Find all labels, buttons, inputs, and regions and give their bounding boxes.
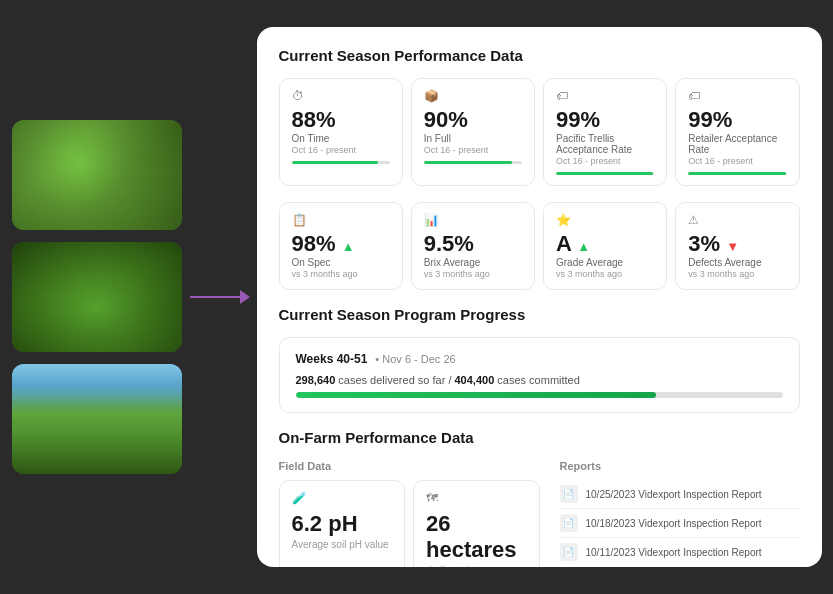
hectares-value: 26 hectares <box>426 511 527 563</box>
metric-retailer-label: Retailer Acceptance Rate <box>688 133 786 155</box>
field-data-label: Field Data <box>279 460 540 472</box>
metric-defects-value: 3% ▼ <box>688 233 786 255</box>
metric-pacific-trellis-label: Pacific Trellis Acceptance Rate <box>556 133 654 155</box>
section2-title: Current Season Program Progress <box>279 306 800 323</box>
metric-pacific-trellis-value: 99% <box>556 109 654 131</box>
main-panel: Current Season Performance Data ⏱ 88% On… <box>257 27 822 567</box>
ph-value: 6.2 pH <box>292 511 393 537</box>
program-section: Weeks 40-51 • Nov 6 - Dec 26 298,640 cas… <box>279 337 800 413</box>
report-doc-icon-1: 📄 <box>560 485 578 503</box>
report-doc-icon-3: 📄 <box>560 543 578 561</box>
metric-defects-label: Defects Average <box>688 257 786 268</box>
metric-grade-label: Grade Average <box>556 257 654 268</box>
report-doc-icon-2: 📄 <box>560 514 578 532</box>
program-dates: • Nov 6 - Dec 26 <box>375 353 455 365</box>
report-title-3: 10/11/2023 Videxport Inspection Report <box>586 547 762 558</box>
metric-brix-value: 9.5% <box>424 233 522 255</box>
metric-retailer-bar <box>688 172 786 175</box>
report-item-1[interactable]: 📄 10/25/2023 Videxport Inspection Report <box>560 480 800 509</box>
metric-retailer-value: 99% <box>688 109 786 131</box>
metric-defects-period: vs 3 months ago <box>688 269 786 279</box>
reports-label: Reports <box>560 460 800 472</box>
metric-brix-period: vs 3 months ago <box>424 269 522 279</box>
metric-spec-icon: 📋 <box>292 213 390 227</box>
progress-bar-fill <box>296 392 656 398</box>
metric-on-spec[interactable]: 📋 98% ▲ On Spec vs 3 months ago <box>279 202 403 290</box>
metric-on-time-bar-fill <box>292 161 378 164</box>
arrow-head <box>240 290 250 304</box>
metric-grade-period: vs 3 months ago <box>556 269 654 279</box>
progress-text: 298,640 cases delivered so far / 404,400… <box>296 374 783 386</box>
arrow-line <box>190 296 240 298</box>
report-title-1: 10/25/2023 Videxport Inspection Report <box>586 489 762 500</box>
metric-in-full[interactable]: 📦 90% In Full Oct 16 - present <box>411 78 535 186</box>
committed-count: 404,400 <box>455 374 495 386</box>
farm-image-lettuce-close[interactable] <box>12 120 182 230</box>
metric-on-spec-period: vs 3 months ago <box>292 269 390 279</box>
section1-title: Current Season Performance Data <box>279 47 800 64</box>
arrow-connector <box>190 290 250 304</box>
field-metric-ph[interactable]: 🧪 6.2 pH Average soil pH value <box>279 480 406 567</box>
delivered-count: 298,640 <box>296 374 336 386</box>
metric-brix[interactable]: 📊 9.5% Brix Average vs 3 months ago <box>411 202 535 290</box>
ph-icon: 🧪 <box>292 491 393 505</box>
grade-trend-icon: ▲ <box>577 239 590 254</box>
metric-in-full-label: In Full <box>424 133 522 144</box>
report-item-3[interactable]: 📄 10/11/2023 Videxport Inspection Report <box>560 538 800 566</box>
metric-pacific-trellis[interactable]: 🏷 99% Pacific Trellis Acceptance Rate Oc… <box>543 78 667 186</box>
field-metric-hectares[interactable]: 🗺 26 hectares dedicated to watermelons <box>413 480 540 567</box>
metrics-row2: 📋 98% ▲ On Spec vs 3 months ago 📊 9.5% B… <box>279 202 800 290</box>
metric-retailer[interactable]: 🏷 99% Retailer Acceptance Rate Oct 16 - … <box>675 78 799 186</box>
defects-trend-icon: ▼ <box>726 239 739 254</box>
report-item-2[interactable]: 📄 10/18/2023 Videxport Inspection Report <box>560 509 800 538</box>
metric-retailer-period: Oct 16 - present <box>688 156 786 166</box>
metric-on-time-label: On Time <box>292 133 390 144</box>
metric-pacific-trellis-bar <box>556 172 654 175</box>
metric-brix-label: Brix Average <box>424 257 522 268</box>
metrics-row1: ⏱ 88% On Time Oct 16 - present 📦 90% In … <box>279 78 800 186</box>
metric-in-full-bar <box>424 161 522 164</box>
reports-section: Reports 📄 10/25/2023 Videxport Inspectio… <box>560 460 800 567</box>
metric-pacific-trellis-bar-fill <box>556 172 653 175</box>
main-layout: Current Season Performance Data ⏱ 88% On… <box>12 17 822 577</box>
ph-label: Average soil pH value <box>292 539 393 550</box>
metric-retailer-icon: 🏷 <box>688 89 786 103</box>
report-title-2: 10/18/2023 Videxport Inspection Report <box>586 518 762 529</box>
metric-pacific-trellis-period: Oct 16 - present <box>556 156 654 166</box>
hectares-label: dedicated to watermelons <box>426 565 527 567</box>
metric-grade-icon: ⭐ <box>556 213 654 227</box>
metric-on-time[interactable]: ⏱ 88% On Time Oct 16 - present <box>279 78 403 186</box>
metric-on-spec-label: On Spec <box>292 257 390 268</box>
farm-images-panel <box>12 120 202 474</box>
on-farm-columns: Field Data 🧪 6.2 pH Average soil pH valu… <box>279 460 800 567</box>
farm-image-open-field[interactable] <box>12 364 182 474</box>
metric-retailer-bar-fill <box>688 172 785 175</box>
metric-on-spec-value: 98% ▲ <box>292 233 390 255</box>
metric-defects[interactable]: ⚠ 3% ▼ Defects Average vs 3 months ago <box>675 202 799 290</box>
metric-grade[interactable]: ⭐ A ▲ Grade Average vs 3 months ago <box>543 202 667 290</box>
hectares-icon: 🗺 <box>426 491 527 505</box>
metric-box-icon: 📦 <box>424 89 522 103</box>
program-weeks: Weeks 40-51 <box>296 352 368 366</box>
metric-on-time-bar <box>292 161 390 164</box>
program-header: Weeks 40-51 • Nov 6 - Dec 26 <box>296 352 783 366</box>
metric-in-full-period: Oct 16 - present <box>424 145 522 155</box>
metric-on-time-period: Oct 16 - present <box>292 145 390 155</box>
progress-bar <box>296 392 783 398</box>
metric-in-full-bar-fill <box>424 161 512 164</box>
metric-timer-icon: ⏱ <box>292 89 390 103</box>
field-data-section: Field Data 🧪 6.2 pH Average soil pH valu… <box>279 460 540 567</box>
field-metrics-row: 🧪 6.2 pH Average soil pH value 🗺 26 hect… <box>279 480 540 567</box>
farm-image-spinach-field[interactable] <box>12 242 182 352</box>
metric-grade-value: A ▲ <box>556 233 654 255</box>
trend-up-icon: ▲ <box>342 239 355 254</box>
metric-on-time-value: 88% <box>292 109 390 131</box>
metric-brix-icon: 📊 <box>424 213 522 227</box>
metric-tag-icon: 🏷 <box>556 89 654 103</box>
metric-in-full-value: 90% <box>424 109 522 131</box>
section3-title: On-Farm Performance Data <box>279 429 800 446</box>
metric-defects-icon: ⚠ <box>688 213 786 227</box>
on-farm-section: On-Farm Performance Data Field Data 🧪 6.… <box>279 429 800 567</box>
